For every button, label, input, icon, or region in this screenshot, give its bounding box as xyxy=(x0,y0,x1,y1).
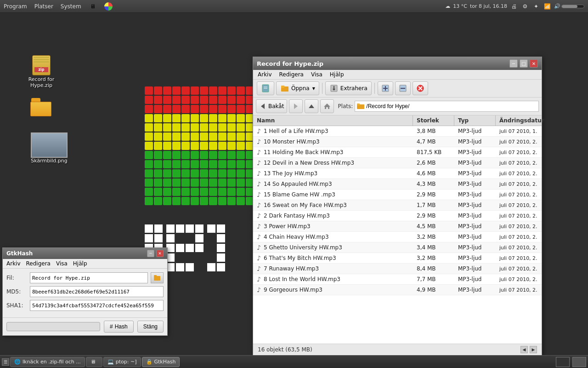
table-row[interactable]: ♪1 Hell of a Life HW.mp33,8 MBMP3-ljudju… xyxy=(253,126,542,137)
weather-icon: ☁ xyxy=(445,3,450,9)
fm-menu-redigera[interactable]: Redigera xyxy=(279,71,304,78)
eq-cell xyxy=(209,105,217,113)
fm-maximize-button[interactable]: □ xyxy=(520,59,528,68)
file-name-cell: ♪9 Gorgeours HW.mp3 xyxy=(253,285,413,295)
gtkhash-file-browse-button[interactable] xyxy=(151,272,164,283)
gtkhash-menu-arkiv[interactable]: Arkiv xyxy=(6,260,21,267)
eq-cell xyxy=(154,160,162,168)
eq-cell xyxy=(163,169,171,178)
fm-remove-button[interactable] xyxy=(395,81,411,95)
eq-cell xyxy=(163,188,171,196)
table-row[interactable]: ♪16 Sweat on My Face HW.mp31,7 MBMP3-lju… xyxy=(253,200,542,211)
eq-cell xyxy=(209,96,217,104)
col-size-header[interactable]: Storlek xyxy=(413,115,454,126)
fm-new-button[interactable] xyxy=(257,81,274,95)
desktop-folder-icon[interactable] xyxy=(21,98,62,116)
gtkhash-menu-redigera[interactable]: Redigera xyxy=(26,260,51,267)
scroll-right-button[interactable]: ▶ xyxy=(530,346,537,353)
eq-grid xyxy=(145,86,255,211)
fm-menubar: Arkiv Redigera Visa Hjälp xyxy=(253,70,542,80)
col-date-header[interactable]: Ändringsdatur xyxy=(496,115,542,126)
table-row[interactable]: ♪3 Power HW.mp34,5 MBMP3-ljudjuli 07 201… xyxy=(253,221,542,232)
fm-forward-button[interactable] xyxy=(289,99,303,113)
fm-back-button[interactable]: Bakåt xyxy=(256,99,287,113)
gtkhash-menu-hjälp[interactable]: Hjälp xyxy=(73,260,87,267)
gtkhash-hash-button[interactable]: # Hash xyxy=(104,321,134,333)
desktop-zip-icon[interactable]: zip Record for Hype.zip xyxy=(21,54,62,88)
gtkhash-minimize-button[interactable]: ─ xyxy=(147,250,154,257)
gtkhash-file-input[interactable] xyxy=(30,272,148,283)
table-row[interactable]: ♪13 The Joy HW.mp34,6 MBMP3-ljudjuli 07 … xyxy=(253,168,542,179)
table-row[interactable]: ♪11 Holding Me Back HW.mp3817,5 KBMP3-lj… xyxy=(253,147,542,158)
file-type-cell: MP3-ljud xyxy=(454,126,496,136)
table-row[interactable]: ♪12 Devil in a New Dress HW.mp32,6 MBMP3… xyxy=(253,158,542,168)
eq-cell xyxy=(218,169,226,178)
gtkhash-close-button[interactable]: ✕ xyxy=(156,250,164,257)
fm-titlebar-controls: ─ □ ✕ xyxy=(509,59,538,68)
taskbar-task-1[interactable]: 🌐 lknäck en .zip-fil och ... xyxy=(10,357,85,367)
gear-icon: ⚙ xyxy=(521,2,529,11)
gtkhash-close-button-footer[interactable]: Stäng xyxy=(137,321,164,333)
table-row[interactable]: ♪5 Ghetto University HW.mp33,4 MBMP3-lju… xyxy=(253,242,542,253)
eq-cell xyxy=(163,114,171,122)
fm-add-button[interactable] xyxy=(378,81,393,95)
scroll-left-button[interactable]: ◀ xyxy=(520,346,528,353)
table-row[interactable]: ♪6 That's My Bitch HW.mp33,2 MBMP3-ljudj… xyxy=(253,253,542,264)
table-row[interactable]: ♪8 Lost In the World HW.mp37,7 MBMP3-lju… xyxy=(253,274,542,285)
file-size-cell: 7,7 MB xyxy=(413,275,454,284)
open-dropdown-arrow[interactable]: ▼ xyxy=(312,86,315,91)
eq-cell xyxy=(145,188,153,196)
fm-menu-hjälp[interactable]: Hjälp xyxy=(330,71,344,78)
eq-cell xyxy=(227,188,236,196)
eq-cell xyxy=(145,160,153,168)
desktop-screenshot-icon[interactable]: Skärmbild.png xyxy=(28,132,70,164)
volume-control[interactable]: 🔊 xyxy=(554,3,584,9)
eq-cell xyxy=(227,169,236,178)
taskbar-task-4[interactable]: 🔒 GtkHash xyxy=(142,357,180,367)
eq-cell xyxy=(145,114,153,122)
fm-location-input[interactable] xyxy=(364,103,537,109)
fm-menu-arkiv[interactable]: Arkiv xyxy=(258,71,272,78)
table-row[interactable]: ♪9 Gorgeours HW.mp34,9 MBMP3-ljudjuli 07… xyxy=(253,285,542,295)
task2-icon: 🖥 xyxy=(90,359,96,365)
up-icon xyxy=(308,103,315,110)
taskbar-task-2[interactable]: 🖥 xyxy=(86,357,102,367)
svg-rect-23 xyxy=(357,104,360,105)
menu-platser[interactable]: Platser xyxy=(34,3,53,10)
eq-cell xyxy=(154,151,162,159)
hash-block-row xyxy=(166,234,204,242)
eq-cell xyxy=(191,160,199,168)
table-row[interactable]: ♪2 Dark Fantasy HW.mp32,9 MBMP3-ljudjuli… xyxy=(253,211,542,221)
eq-cell xyxy=(172,86,181,95)
hash-block xyxy=(207,224,215,233)
fm-extract-button[interactable]: Extrahera xyxy=(325,81,372,95)
fm-minimize-button[interactable]: ─ xyxy=(509,59,518,68)
gtkhash-sha1-input[interactable] xyxy=(30,300,164,311)
gtkhash-window: GtkHash ─ ✕ Arkiv Redigera Visa Hjälp Fi… xyxy=(2,247,168,336)
table-row[interactable]: ♪15 Blame Game HW .mp32,9 MBMP3-ljudjuli… xyxy=(253,190,542,200)
hash-block xyxy=(217,273,225,281)
eq-cell xyxy=(181,188,190,196)
fm-delete-button[interactable] xyxy=(413,81,428,95)
gtkhash-menu-visa[interactable]: Visa xyxy=(56,260,68,267)
taskbar-task-3[interactable]: 💻 ptop: ~] xyxy=(103,357,141,367)
fm-up-button[interactable] xyxy=(305,99,318,113)
file-type-cell: MP3-ljud xyxy=(454,232,496,242)
table-row[interactable]: ♪10 Monster HW.mp34,7 MBMP3-ljudjuli 07 … xyxy=(253,137,542,147)
table-row[interactable]: ♪4 Chain Heavy HW.mp33,2 MBMP3-ljudjuli … xyxy=(253,232,542,242)
col-type-header[interactable]: Typ xyxy=(454,115,496,126)
eq-cell xyxy=(227,142,236,150)
gtkhash-md5-input[interactable] xyxy=(30,286,164,297)
fm-home-button[interactable] xyxy=(320,99,334,113)
menu-program[interactable]: Program xyxy=(4,3,27,10)
table-row[interactable]: ♪7 Runaway HW.mp38,4 MBMP3-ljudjuli 07 2… xyxy=(253,264,542,274)
fm-menu-visa[interactable]: Visa xyxy=(311,71,322,78)
eq-cell xyxy=(191,132,199,141)
eq-cell xyxy=(163,178,171,187)
fm-close-button[interactable]: ✕ xyxy=(530,59,538,68)
col-name-header[interactable]: Namn xyxy=(253,115,413,126)
fm-open-button[interactable]: Öppna ▼ xyxy=(276,81,319,95)
table-row[interactable]: ♪14 So Appauled HW.mp34,3 MBMP3-ljudjuli… xyxy=(253,179,542,190)
menu-system[interactable]: System xyxy=(61,3,81,10)
taskbar-start-area[interactable]: ☰ xyxy=(2,358,9,366)
